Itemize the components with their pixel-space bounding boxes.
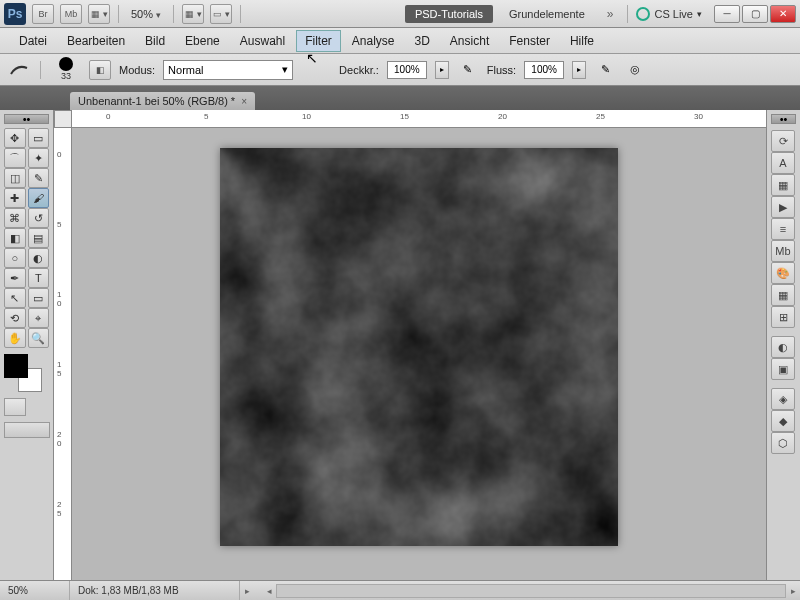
- tablet-pressure-icon[interactable]: ◎: [624, 59, 646, 81]
- workspace-more-icon[interactable]: »: [601, 7, 620, 21]
- minimize-button[interactable]: ─: [714, 5, 740, 23]
- tool-marquee[interactable]: ▭: [28, 128, 50, 148]
- view-extras-button[interactable]: ▦: [88, 4, 110, 24]
- document-tab-bar: Unbenannt-1 bei 50% (RGB/8) * ×: [0, 86, 800, 110]
- panel-nav-icon[interactable]: ▦: [771, 174, 795, 196]
- tool-shape[interactable]: ▭: [28, 288, 50, 308]
- ruler-horizontal[interactable]: 05101520253035: [72, 110, 766, 128]
- tool-move[interactable]: ✥: [4, 128, 26, 148]
- panel-mb-icon[interactable]: Mb: [771, 240, 795, 262]
- brush-preview[interactable]: 33: [51, 57, 81, 83]
- brush-panel-toggle[interactable]: ◧: [89, 60, 111, 80]
- screen-mode-strip[interactable]: [4, 422, 50, 438]
- tool-gradient[interactable]: ▤: [28, 228, 50, 248]
- screen-mode-button[interactable]: ▭: [210, 4, 232, 24]
- menu-ebene[interactable]: Ebene: [176, 30, 229, 52]
- status-flyout-icon[interactable]: ▸: [240, 586, 254, 596]
- color-swatches[interactable]: [4, 354, 42, 392]
- tool-pen[interactable]: ✒: [4, 268, 26, 288]
- ruler-origin[interactable]: [54, 110, 72, 128]
- arrange-docs-button[interactable]: ▦: [182, 4, 204, 24]
- tools-collapse-handle[interactable]: ••: [4, 114, 49, 124]
- cs-live-button[interactable]: CS Live ▾: [636, 7, 702, 21]
- tool-eraser[interactable]: ◧: [4, 228, 26, 248]
- maximize-button[interactable]: ▢: [742, 5, 768, 23]
- panel-char-icon[interactable]: A: [771, 152, 795, 174]
- close-button[interactable]: ✕: [770, 5, 796, 23]
- tool-dodge[interactable]: ◐: [28, 248, 50, 268]
- menu-ansicht[interactable]: Ansicht: [441, 30, 498, 52]
- zoom-level[interactable]: 50%: [127, 8, 165, 20]
- mode-label: Modus:: [119, 64, 155, 76]
- menu-auswahl[interactable]: Auswahl: [231, 30, 294, 52]
- close-icon[interactable]: ×: [241, 96, 247, 107]
- tool-3dcam[interactable]: ⌖: [28, 308, 50, 328]
- panel-path2-icon[interactable]: ⬡: [771, 432, 795, 454]
- bridge-icon[interactable]: Br: [32, 4, 54, 24]
- tool-zoom[interactable]: 🔍: [28, 328, 50, 348]
- horizontal-scrollbar[interactable]: [276, 584, 786, 598]
- tool-3drot[interactable]: ⟲: [4, 308, 26, 328]
- menu-analyse[interactable]: Analyse: [343, 30, 404, 52]
- menu-3d[interactable]: 3D: [406, 30, 439, 52]
- airbrush-icon[interactable]: ✎: [594, 59, 616, 81]
- panel-grid-icon[interactable]: ⊞: [771, 306, 795, 328]
- tool-brush[interactable]: 🖌: [28, 188, 50, 208]
- opacity-input[interactable]: 100%: [387, 61, 427, 79]
- separator: [240, 5, 241, 23]
- panel-info-icon[interactable]: ≡: [771, 218, 795, 240]
- tool-preset-icon[interactable]: [8, 59, 30, 81]
- canvas-image[interactable]: [220, 148, 618, 546]
- scroll-left-icon[interactable]: ◂: [262, 586, 276, 596]
- main-area: •• ✥▭⌒✦◫✎✚🖌⌘↺◧▤○◐✒T↖▭⟲⌖✋🔍 05101520253035…: [0, 110, 800, 580]
- panel-adjust-icon[interactable]: ◐: [771, 336, 795, 358]
- menu-fenster[interactable]: Fenster: [500, 30, 559, 52]
- menu-datei[interactable]: Datei: [10, 30, 56, 52]
- rightstrip-collapse-handle[interactable]: ••: [771, 114, 796, 124]
- status-doc-info[interactable]: Dok: 1,83 MB/1,83 MB: [70, 581, 240, 600]
- flow-flyout[interactable]: ▸: [572, 61, 586, 79]
- panel-play-icon[interactable]: ▶: [771, 196, 795, 218]
- ruler-tick: 0: [57, 150, 61, 159]
- panel-swatch-icon[interactable]: ▦: [771, 284, 795, 306]
- opacity-pressure-icon[interactable]: ✎: [457, 59, 479, 81]
- document-tab-title: Unbenannt-1 bei 50% (RGB/8) *: [78, 95, 235, 107]
- blend-mode-select[interactable]: Normal▾: [163, 60, 293, 80]
- flow-label: Fluss:: [487, 64, 516, 76]
- tool-lasso[interactable]: ⌒: [4, 148, 26, 168]
- quick-mask-button[interactable]: [4, 398, 26, 416]
- tool-blur[interactable]: ○: [4, 248, 26, 268]
- minibridge-icon[interactable]: Mb: [60, 4, 82, 24]
- panel-history-icon[interactable]: ⟳: [771, 130, 795, 152]
- document-tab[interactable]: Unbenannt-1 bei 50% (RGB/8) * ×: [70, 92, 255, 110]
- panel-mask-icon[interactable]: ▣: [771, 358, 795, 380]
- menu-hilfe[interactable]: Hilfe: [561, 30, 603, 52]
- workspace-grundelemente[interactable]: Grundelemente: [499, 5, 595, 23]
- right-panel-strip: •• ⟳A▦▶≡Mb🎨▦⊞◐▣◈◆⬡: [766, 110, 800, 580]
- scroll-right-icon[interactable]: ▸: [786, 586, 800, 596]
- tool-stamp[interactable]: ⌘: [4, 208, 26, 228]
- menu-bearbeiten[interactable]: Bearbeiten: [58, 30, 134, 52]
- tool-path[interactable]: ↖: [4, 288, 26, 308]
- menu-filter[interactable]: Filter: [296, 30, 341, 52]
- tool-heal[interactable]: ✚: [4, 188, 26, 208]
- photoshop-logo-icon: Ps: [4, 3, 26, 25]
- menu-bild[interactable]: Bild: [136, 30, 174, 52]
- canvas-viewport[interactable]: [72, 128, 766, 580]
- foreground-swatch[interactable]: [4, 354, 28, 378]
- tool-hand[interactable]: ✋: [4, 328, 26, 348]
- ruler-vertical[interactable]: 051 01 52 02 5: [54, 128, 72, 580]
- workspace-psdtutorials[interactable]: PSD-Tutorials: [405, 5, 493, 23]
- tool-type[interactable]: T: [28, 268, 50, 288]
- tool-crop[interactable]: ◫: [4, 168, 26, 188]
- tool-wand[interactable]: ✦: [28, 148, 50, 168]
- opacity-flyout[interactable]: ▸: [435, 61, 449, 79]
- tool-history[interactable]: ↺: [28, 208, 50, 228]
- panel-color-icon[interactable]: 🎨: [771, 262, 795, 284]
- panel-chan-icon[interactable]: ◆: [771, 410, 795, 432]
- blend-mode-value: Normal: [168, 64, 203, 76]
- status-zoom[interactable]: 50%: [0, 581, 70, 600]
- panel-layers-icon[interactable]: ◈: [771, 388, 795, 410]
- flow-input[interactable]: 100%: [524, 61, 564, 79]
- tool-eyedrop[interactable]: ✎: [28, 168, 50, 188]
